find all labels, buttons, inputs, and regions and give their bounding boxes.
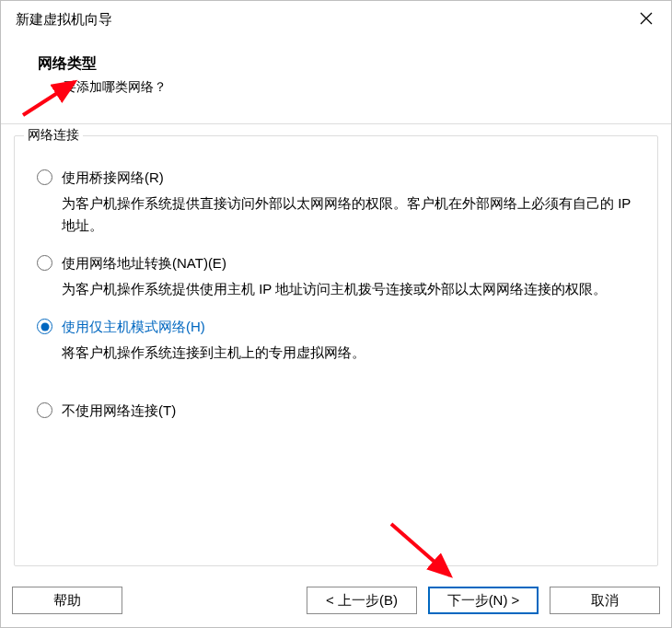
cancel-button[interactable]: 取消 <box>550 587 660 614</box>
close-icon <box>640 12 653 28</box>
option-bridged: 使用桥接网络(R) 为客户机操作系统提供直接访问外部以太网网络的权限。客户机在外… <box>37 168 635 237</box>
network-connection-group: 网络连接 使用桥接网络(R) 为客户机操作系统提供直接访问外部以太网网络的权限。… <box>14 135 658 566</box>
back-button[interactable]: < 上一步(B) <box>307 587 417 614</box>
wizard-window: 新建虚拟机向导 网络类型 要添加哪类网络？ 网络连接 使用桥接网络(R) 为客户… <box>0 0 672 628</box>
radio-nat-label[interactable]: 使用网络地址转换(NAT)(E) <box>62 253 226 273</box>
close-button[interactable] <box>631 6 662 32</box>
option-hostonly: 使用仅主机模式网络(H) 将客户机操作系统连接到主机上的专用虚拟网络。 <box>37 317 635 364</box>
radio-none-label[interactable]: 不使用网络连接(T) <box>62 401 176 420</box>
group-legend: 网络连接 <box>24 127 83 144</box>
radio-hostonly-label[interactable]: 使用仅主机模式网络(H) <box>62 317 205 336</box>
option-nat: 使用网络地址转换(NAT)(E) 为客户机操作系统提供使用主机 IP 地址访问主… <box>37 253 635 300</box>
radio-hostonly[interactable] <box>37 319 52 334</box>
radio-bridged-desc: 为客户机操作系统提供直接访问外部以太网网络的权限。客户机在外部网络上必须有自己的… <box>62 192 632 237</box>
wizard-header: 网络类型 要添加哪类网络？ <box>1 38 671 124</box>
wizard-footer: 帮助 < 上一步(B) 下一步(N) > 取消 <box>1 577 671 627</box>
titlebar: 新建虚拟机向导 <box>1 1 671 38</box>
radio-nat[interactable] <box>37 255 52 271</box>
window-title: 新建虚拟机向导 <box>16 11 112 29</box>
wizard-body: 网络连接 使用桥接网络(R) 为客户机操作系统提供直接访问外部以太网网络的权限。… <box>1 124 671 577</box>
option-none: 不使用网络连接(T) <box>37 401 635 420</box>
help-button[interactable]: 帮助 <box>12 587 122 614</box>
radio-nat-desc: 为客户机操作系统提供使用主机 IP 地址访问主机拨号连接或外部以太网网络连接的权… <box>62 278 632 300</box>
next-button[interactable]: 下一步(N) > <box>428 587 539 614</box>
radio-none[interactable] <box>37 402 52 418</box>
radio-bridged-label[interactable]: 使用桥接网络(R) <box>62 168 164 187</box>
page-subtitle: 要添加哪类网络？ <box>64 79 671 96</box>
radio-bridged[interactable] <box>37 169 52 185</box>
page-title: 网络类型 <box>38 54 671 74</box>
radio-hostonly-desc: 将客户机操作系统连接到主机上的专用虚拟网络。 <box>62 342 632 364</box>
